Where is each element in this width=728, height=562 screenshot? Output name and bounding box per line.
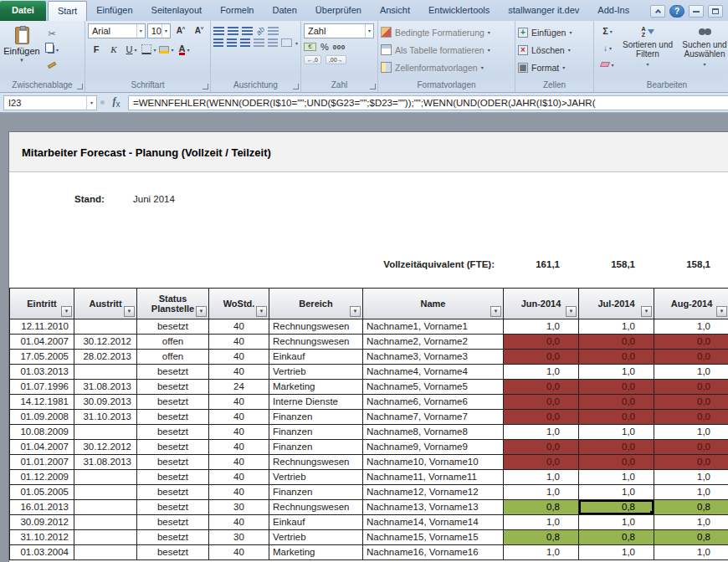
table-cell[interactable] bbox=[74, 515, 137, 530]
table-cell[interactable] bbox=[74, 530, 137, 545]
italic-button[interactable]: K bbox=[105, 42, 122, 57]
column-header-7[interactable]: Jun-2014▼ bbox=[504, 289, 579, 319]
table-cell[interactable]: Nachname12, Vorname12 bbox=[363, 485, 504, 500]
paste-button[interactable]: Einfügen ▼ bbox=[3, 23, 41, 79]
dialog-launcher-icon[interactable] bbox=[370, 84, 376, 89]
table-cell[interactable]: 0,0 bbox=[579, 440, 654, 455]
table-cell[interactable]: 0,8 bbox=[654, 500, 728, 515]
name-box[interactable]: I23▾ bbox=[3, 95, 97, 110]
cell-styles-button[interactable]: Zellenformatvorlagen▾ bbox=[381, 59, 512, 76]
table-cell[interactable]: 1,0 bbox=[654, 425, 728, 440]
table-cell[interactable]: Rechnungswesen bbox=[269, 335, 363, 350]
table-cell[interactable]: 30.12.2012 bbox=[74, 335, 137, 350]
table-cell[interactable]: Rechnungswesen bbox=[269, 455, 363, 470]
tab-entwicklertools[interactable]: Entwicklertools bbox=[419, 1, 499, 21]
tab-ansicht[interactable]: Ansicht bbox=[371, 1, 419, 21]
formula-input[interactable]: =WENNFEHLER(WENN(ODER(I$10="";UND($G23="… bbox=[128, 95, 728, 110]
table-cell[interactable]: Nachname10, Vorname10 bbox=[363, 455, 504, 470]
table-cell[interactable]: 01.09.2008 bbox=[10, 410, 74, 425]
table-cell[interactable]: 16.01.2013 bbox=[10, 500, 74, 515]
increase-indent-icon[interactable] bbox=[268, 38, 278, 47]
table-cell[interactable]: 1,0 bbox=[579, 319, 654, 335]
underline-button[interactable]: U▾ bbox=[123, 42, 140, 57]
table-cell[interactable]: 40 bbox=[209, 440, 269, 455]
filter-dropdown-icon[interactable]: ▼ bbox=[61, 306, 72, 317]
table-cell[interactable]: Nachname2, Vorname2 bbox=[363, 335, 504, 350]
table-cell[interactable]: 1,0 bbox=[504, 319, 579, 335]
table-cell[interactable]: Nachname9, Vorname9 bbox=[363, 440, 504, 455]
table-cell[interactable]: 0,8 bbox=[504, 530, 579, 545]
table-cell[interactable]: 10.08.2009 bbox=[10, 425, 74, 440]
tab-daten[interactable]: Daten bbox=[263, 1, 305, 21]
table-cell[interactable]: Nachname3, Vorname3 bbox=[363, 350, 504, 365]
table-cell[interactable]: 1,0 bbox=[504, 425, 579, 440]
table-cell[interactable]: 1,0 bbox=[504, 545, 579, 560]
table-cell[interactable]: 1,0 bbox=[504, 365, 579, 380]
window-restore-icon[interactable] bbox=[708, 5, 723, 18]
table-cell[interactable]: besetzt bbox=[137, 319, 209, 335]
table-cell[interactable]: besetzt bbox=[137, 545, 209, 560]
table-cell[interactable]: 01.03.2004 bbox=[10, 545, 74, 560]
table-cell[interactable]: 01.01.2007 bbox=[10, 455, 74, 470]
table-cell[interactable]: 30.09.2012 bbox=[10, 515, 74, 530]
table-cell[interactable]: 1,0 bbox=[579, 425, 654, 440]
table-cell[interactable]: 17.05.2005 bbox=[10, 350, 74, 365]
table-cell[interactable]: Einkauf bbox=[269, 350, 363, 365]
find-select-button[interactable]: Suchen und Auswählen ▾ bbox=[677, 23, 728, 79]
table-cell[interactable]: Nachname15, Vorname15 bbox=[363, 530, 504, 545]
table-cell[interactable]: besetzt bbox=[137, 470, 209, 485]
table-cell[interactable]: besetzt bbox=[137, 425, 209, 440]
table-cell[interactable]: 0,0 bbox=[579, 350, 654, 365]
format-cells-button[interactable]: ▦Format▾ bbox=[518, 59, 591, 76]
table-cell[interactable]: 40 bbox=[209, 395, 269, 410]
align-right-icon[interactable] bbox=[240, 38, 250, 47]
table-cell[interactable]: besetzt bbox=[137, 515, 209, 530]
table-cell[interactable]: Nachname11, Vorname11 bbox=[363, 470, 504, 485]
tab-ueberpruefen[interactable]: Überprüfen bbox=[306, 1, 371, 21]
table-cell[interactable]: 0,0 bbox=[579, 455, 654, 470]
conditional-formatting-button[interactable]: Bedingte Formatierung▾ bbox=[381, 23, 512, 41]
table-cell[interactable]: 01.04.2007 bbox=[10, 335, 74, 350]
table-cell[interactable]: Nachname16, Vorname16 bbox=[363, 545, 504, 560]
decrease-decimal-icon[interactable]: ,00→ bbox=[326, 55, 346, 64]
table-cell[interactable]: besetzt bbox=[137, 485, 209, 500]
table-cell[interactable]: offen bbox=[137, 335, 209, 350]
merge-center-icon[interactable] bbox=[281, 38, 292, 47]
column-header-6[interactable]: Name▼ bbox=[363, 289, 504, 319]
table-cell[interactable]: 01.03.2013 bbox=[10, 365, 74, 380]
table-cell[interactable]: 30.12.2012 bbox=[74, 440, 137, 455]
table-cell[interactable] bbox=[74, 485, 137, 500]
table-cell[interactable]: 40 bbox=[209, 515, 269, 530]
table-cell[interactable]: 40 bbox=[209, 545, 269, 560]
table-cell[interactable]: 0,0 bbox=[504, 455, 579, 470]
font-name-select[interactable]: Arial▾ bbox=[88, 23, 146, 38]
fill-button[interactable]: ↓▾ bbox=[597, 40, 618, 55]
decrease-indent-icon[interactable] bbox=[254, 38, 264, 47]
insert-cells-button[interactable]: +Einfügen▾ bbox=[518, 23, 591, 41]
table-cell[interactable]: 0,8 bbox=[504, 500, 579, 515]
copy-button[interactable]: ▾ bbox=[44, 42, 60, 57]
window-minimize-icon[interactable] bbox=[689, 5, 704, 18]
table-cell[interactable]: 30.09.2013 bbox=[74, 395, 137, 410]
table-cell[interactable] bbox=[74, 365, 137, 380]
table-cell[interactable]: 30 bbox=[209, 530, 269, 545]
tab-seitenlayout[interactable]: Seitenlayout bbox=[142, 1, 212, 21]
tab-start[interactable]: Start bbox=[48, 1, 87, 21]
dialog-launcher-icon[interactable] bbox=[293, 84, 299, 89]
grow-font-button[interactable]: A˄ bbox=[172, 23, 189, 38]
table-cell[interactable] bbox=[74, 500, 137, 515]
fill-color-button[interactable]: ▾ bbox=[158, 42, 175, 57]
table-cell[interactable]: 1,0 bbox=[504, 485, 579, 500]
table-cell[interactable]: Nachname7, Vorname7 bbox=[363, 410, 504, 425]
table-cell[interactable]: 1,0 bbox=[504, 515, 579, 530]
column-header-4[interactable]: WoStd.▼ bbox=[209, 289, 269, 319]
table-cell[interactable]: besetzt bbox=[137, 365, 209, 380]
table-cell[interactable]: 0,0 bbox=[654, 335, 728, 350]
table-cell[interactable]: Nachname13, Vorname13 bbox=[363, 500, 504, 515]
table-cell[interactable]: besetzt bbox=[137, 440, 209, 455]
table-cell[interactable]: 31.08.2013 bbox=[74, 380, 137, 395]
table-cell[interactable]: Nachname1, Vorname1 bbox=[363, 319, 504, 335]
table-cell[interactable]: 1,0 bbox=[504, 470, 579, 485]
table-cell[interactable]: 40 bbox=[209, 455, 269, 470]
table-cell[interactable]: Nachname14, Vorname14 bbox=[363, 515, 504, 530]
